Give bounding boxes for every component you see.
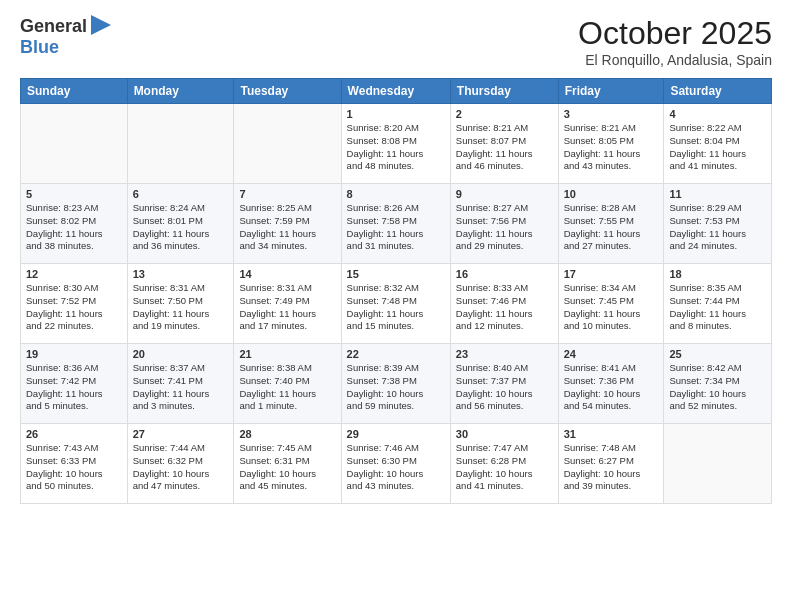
day-info: Sunrise: 8:29 AM Sunset: 7:53 PM Dayligh…	[669, 202, 766, 253]
day-number: 21	[239, 348, 335, 360]
calendar-cell: 31Sunrise: 7:48 AM Sunset: 6:27 PM Dayli…	[558, 424, 664, 504]
calendar-cell: 13Sunrise: 8:31 AM Sunset: 7:50 PM Dayli…	[127, 264, 234, 344]
calendar-cell: 8Sunrise: 8:26 AM Sunset: 7:58 PM Daylig…	[341, 184, 450, 264]
day-number: 15	[347, 268, 445, 280]
day-info: Sunrise: 8:25 AM Sunset: 7:59 PM Dayligh…	[239, 202, 335, 253]
weekday-header: Thursday	[450, 79, 558, 104]
calendar-cell: 30Sunrise: 7:47 AM Sunset: 6:28 PM Dayli…	[450, 424, 558, 504]
day-info: Sunrise: 7:44 AM Sunset: 6:32 PM Dayligh…	[133, 442, 229, 493]
day-number: 20	[133, 348, 229, 360]
day-number: 13	[133, 268, 229, 280]
day-number: 28	[239, 428, 335, 440]
day-info: Sunrise: 8:31 AM Sunset: 7:50 PM Dayligh…	[133, 282, 229, 333]
calendar-cell: 6Sunrise: 8:24 AM Sunset: 8:01 PM Daylig…	[127, 184, 234, 264]
calendar-cell: 4Sunrise: 8:22 AM Sunset: 8:04 PM Daylig…	[664, 104, 772, 184]
day-info: Sunrise: 8:32 AM Sunset: 7:48 PM Dayligh…	[347, 282, 445, 333]
day-number: 12	[26, 268, 122, 280]
svg-marker-0	[91, 15, 111, 35]
calendar-cell: 26Sunrise: 7:43 AM Sunset: 6:33 PM Dayli…	[21, 424, 128, 504]
calendar-week-row: 12Sunrise: 8:30 AM Sunset: 7:52 PM Dayli…	[21, 264, 772, 344]
day-info: Sunrise: 8:27 AM Sunset: 7:56 PM Dayligh…	[456, 202, 553, 253]
day-info: Sunrise: 8:28 AM Sunset: 7:55 PM Dayligh…	[564, 202, 659, 253]
logo-general-text: General	[20, 16, 87, 37]
day-info: Sunrise: 8:37 AM Sunset: 7:41 PM Dayligh…	[133, 362, 229, 413]
calendar-cell: 22Sunrise: 8:39 AM Sunset: 7:38 PM Dayli…	[341, 344, 450, 424]
calendar-cell: 1Sunrise: 8:20 AM Sunset: 8:08 PM Daylig…	[341, 104, 450, 184]
calendar-cell	[234, 104, 341, 184]
calendar-cell: 23Sunrise: 8:40 AM Sunset: 7:37 PM Dayli…	[450, 344, 558, 424]
day-info: Sunrise: 7:45 AM Sunset: 6:31 PM Dayligh…	[239, 442, 335, 493]
day-number: 23	[456, 348, 553, 360]
day-info: Sunrise: 8:21 AM Sunset: 8:05 PM Dayligh…	[564, 122, 659, 173]
day-number: 18	[669, 268, 766, 280]
month-title: October 2025	[578, 15, 772, 52]
day-number: 25	[669, 348, 766, 360]
day-info: Sunrise: 8:33 AM Sunset: 7:46 PM Dayligh…	[456, 282, 553, 333]
day-number: 31	[564, 428, 659, 440]
calendar-cell: 16Sunrise: 8:33 AM Sunset: 7:46 PM Dayli…	[450, 264, 558, 344]
day-info: Sunrise: 7:46 AM Sunset: 6:30 PM Dayligh…	[347, 442, 445, 493]
day-info: Sunrise: 8:24 AM Sunset: 8:01 PM Dayligh…	[133, 202, 229, 253]
weekday-header-row: SundayMondayTuesdayWednesdayThursdayFrid…	[21, 79, 772, 104]
calendar-cell: 3Sunrise: 8:21 AM Sunset: 8:05 PM Daylig…	[558, 104, 664, 184]
logo: General Blue	[20, 15, 111, 58]
calendar-cell: 7Sunrise: 8:25 AM Sunset: 7:59 PM Daylig…	[234, 184, 341, 264]
day-info: Sunrise: 8:21 AM Sunset: 8:07 PM Dayligh…	[456, 122, 553, 173]
day-info: Sunrise: 7:47 AM Sunset: 6:28 PM Dayligh…	[456, 442, 553, 493]
logo-blue-text: Blue	[20, 37, 59, 57]
day-info: Sunrise: 8:31 AM Sunset: 7:49 PM Dayligh…	[239, 282, 335, 333]
weekday-header: Monday	[127, 79, 234, 104]
calendar-cell: 17Sunrise: 8:34 AM Sunset: 7:45 PM Dayli…	[558, 264, 664, 344]
calendar-week-row: 26Sunrise: 7:43 AM Sunset: 6:33 PM Dayli…	[21, 424, 772, 504]
day-info: Sunrise: 8:39 AM Sunset: 7:38 PM Dayligh…	[347, 362, 445, 413]
day-info: Sunrise: 8:30 AM Sunset: 7:52 PM Dayligh…	[26, 282, 122, 333]
calendar-week-row: 5Sunrise: 8:23 AM Sunset: 8:02 PM Daylig…	[21, 184, 772, 264]
day-number: 5	[26, 188, 122, 200]
day-info: Sunrise: 8:23 AM Sunset: 8:02 PM Dayligh…	[26, 202, 122, 253]
calendar-cell: 20Sunrise: 8:37 AM Sunset: 7:41 PM Dayli…	[127, 344, 234, 424]
day-number: 10	[564, 188, 659, 200]
calendar-cell: 28Sunrise: 7:45 AM Sunset: 6:31 PM Dayli…	[234, 424, 341, 504]
day-number: 19	[26, 348, 122, 360]
day-number: 9	[456, 188, 553, 200]
day-number: 16	[456, 268, 553, 280]
calendar-cell: 2Sunrise: 8:21 AM Sunset: 8:07 PM Daylig…	[450, 104, 558, 184]
day-info: Sunrise: 8:26 AM Sunset: 7:58 PM Dayligh…	[347, 202, 445, 253]
calendar-cell: 9Sunrise: 8:27 AM Sunset: 7:56 PM Daylig…	[450, 184, 558, 264]
calendar-cell: 19Sunrise: 8:36 AM Sunset: 7:42 PM Dayli…	[21, 344, 128, 424]
day-info: Sunrise: 8:20 AM Sunset: 8:08 PM Dayligh…	[347, 122, 445, 173]
day-number: 14	[239, 268, 335, 280]
day-number: 26	[26, 428, 122, 440]
day-info: Sunrise: 8:36 AM Sunset: 7:42 PM Dayligh…	[26, 362, 122, 413]
day-info: Sunrise: 7:48 AM Sunset: 6:27 PM Dayligh…	[564, 442, 659, 493]
title-block: October 2025 El Ronquillo, Andalusia, Sp…	[578, 15, 772, 68]
logo-icon	[89, 15, 111, 37]
calendar-cell	[21, 104, 128, 184]
day-number: 22	[347, 348, 445, 360]
day-number: 29	[347, 428, 445, 440]
calendar-cell: 25Sunrise: 8:42 AM Sunset: 7:34 PM Dayli…	[664, 344, 772, 424]
calendar-table: SundayMondayTuesdayWednesdayThursdayFrid…	[20, 78, 772, 504]
day-info: Sunrise: 8:41 AM Sunset: 7:36 PM Dayligh…	[564, 362, 659, 413]
day-info: Sunrise: 8:42 AM Sunset: 7:34 PM Dayligh…	[669, 362, 766, 413]
calendar-cell: 12Sunrise: 8:30 AM Sunset: 7:52 PM Dayli…	[21, 264, 128, 344]
header: General Blue October 2025 El Ronquillo, …	[20, 15, 772, 68]
calendar-cell: 11Sunrise: 8:29 AM Sunset: 7:53 PM Dayli…	[664, 184, 772, 264]
calendar-cell	[127, 104, 234, 184]
day-info: Sunrise: 8:38 AM Sunset: 7:40 PM Dayligh…	[239, 362, 335, 413]
day-number: 7	[239, 188, 335, 200]
day-info: Sunrise: 7:43 AM Sunset: 6:33 PM Dayligh…	[26, 442, 122, 493]
day-number: 24	[564, 348, 659, 360]
calendar-cell: 10Sunrise: 8:28 AM Sunset: 7:55 PM Dayli…	[558, 184, 664, 264]
weekday-header: Sunday	[21, 79, 128, 104]
calendar-week-row: 19Sunrise: 8:36 AM Sunset: 7:42 PM Dayli…	[21, 344, 772, 424]
day-number: 8	[347, 188, 445, 200]
day-number: 3	[564, 108, 659, 120]
day-number: 30	[456, 428, 553, 440]
calendar-cell: 24Sunrise: 8:41 AM Sunset: 7:36 PM Dayli…	[558, 344, 664, 424]
day-number: 11	[669, 188, 766, 200]
calendar-cell: 27Sunrise: 7:44 AM Sunset: 6:32 PM Dayli…	[127, 424, 234, 504]
day-number: 6	[133, 188, 229, 200]
calendar-cell: 15Sunrise: 8:32 AM Sunset: 7:48 PM Dayli…	[341, 264, 450, 344]
day-number: 4	[669, 108, 766, 120]
